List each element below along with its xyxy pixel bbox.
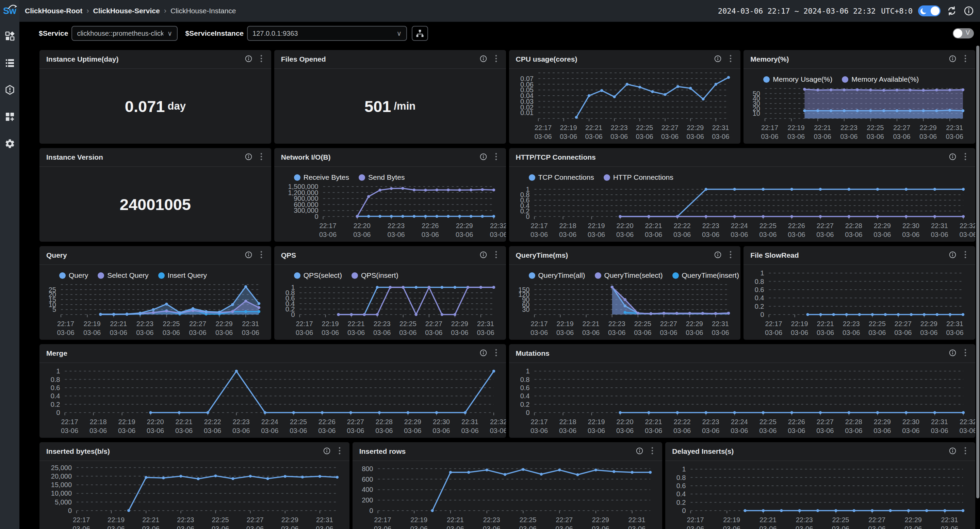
svg-text:22:30: 22:30 (902, 222, 919, 229)
app-logo[interactable]: Sw (0, 0, 19, 22)
card-menu-icon[interactable] (727, 250, 734, 260)
legend-item[interactable]: QueryTime(all) (529, 271, 585, 279)
card-menu-icon[interactable] (492, 152, 500, 163)
card-info-icon[interactable] (949, 153, 956, 162)
svg-text:22:27: 22:27 (247, 516, 264, 524)
card-menu-icon[interactable] (336, 446, 343, 456)
svg-text:03-06: 03-06 (788, 133, 805, 140)
legend-label: Memory Usage(%) (773, 75, 832, 83)
card-body: TCP ConnectionsHTTP Connections00.20.40.… (509, 167, 975, 242)
legend-item[interactable]: Memory Usage(%) (763, 75, 832, 83)
card-menu-icon[interactable] (258, 152, 265, 163)
card-info-icon[interactable] (323, 447, 331, 456)
card-info-icon[interactable] (479, 55, 487, 64)
breadcrumb-root[interactable]: ClickHouse-Root (25, 7, 82, 15)
dashboard-icon[interactable] (5, 31, 15, 41)
alert-icon[interactable] (5, 84, 15, 95)
card-info-icon[interactable] (949, 251, 956, 260)
card-menu-icon[interactable] (492, 250, 500, 260)
card-info-icon[interactable] (245, 251, 253, 260)
chart-legend: Receive BytesSend Bytes (274, 167, 506, 182)
card-header: Query (40, 246, 271, 265)
service-select[interactable]: clickhouse::prometheus-clickho ∨ (72, 26, 178, 41)
svg-text:22:27: 22:27 (660, 320, 677, 327)
legend-item[interactable]: Memory Available(%) (842, 75, 919, 83)
card-menu-icon[interactable] (962, 446, 969, 456)
time-range-picker[interactable]: 2024-03-06 22:17 ~ 2024-03-06 22:32 (718, 7, 876, 15)
legend-item[interactable]: Send Bytes (359, 173, 404, 182)
svg-text:03-06: 03-06 (920, 133, 937, 140)
svg-text:0.07: 0.07 (520, 75, 533, 82)
card-info-icon[interactable] (245, 55, 253, 64)
card-info-icon[interactable] (949, 55, 956, 64)
svg-text:22:21: 22:21 (759, 516, 776, 524)
breadcrumb-instance[interactable]: ClickHouse-Instance (170, 7, 236, 15)
svg-text:22:25: 22:25 (212, 516, 229, 524)
dark-mode-toggle[interactable] (918, 5, 940, 16)
legend-item[interactable]: TCP Connections (529, 173, 594, 182)
legend-item[interactable]: QueryTime(insert) (672, 271, 739, 279)
card-info-icon[interactable] (245, 153, 253, 162)
card-info-icon[interactable] (479, 349, 487, 358)
card-menu-icon[interactable] (727, 54, 734, 64)
refresh-button[interactable] (946, 5, 958, 17)
svg-text:22:23: 22:23 (843, 320, 860, 327)
card-info-icon[interactable] (714, 55, 722, 64)
metric-card: QPSQPS(select)QPS(insert)00.20.40.60.812… (274, 246, 506, 340)
svg-text:0: 0 (369, 507, 373, 515)
card-menu-icon[interactable] (649, 446, 656, 456)
card-menu-icon[interactable] (962, 152, 969, 163)
card-menu-icon[interactable] (492, 54, 500, 64)
list-icon[interactable] (5, 57, 15, 69)
legend-item[interactable]: QueryTime(select) (595, 271, 663, 279)
card-info-icon[interactable] (479, 251, 487, 260)
card-menu-icon[interactable] (962, 250, 969, 260)
svg-text:22:23: 22:23 (137, 320, 153, 327)
svg-text:03-06: 03-06 (142, 525, 159, 529)
topology-button[interactable] (412, 26, 428, 41)
info-button[interactable] (963, 5, 975, 17)
svg-text:03-06: 03-06 (873, 231, 891, 238)
svg-text:22:31: 22:31 (712, 124, 729, 131)
svg-text:22:25: 22:25 (163, 320, 180, 327)
svg-text:03-06: 03-06 (422, 231, 439, 238)
svg-text:22:27: 22:27 (893, 124, 910, 131)
legend-item[interactable]: Select Query (98, 271, 148, 279)
metric-card: QueryTime(ms)QueryTime(all)QueryTime(sel… (509, 246, 741, 340)
legend-item[interactable]: QPS(select) (294, 271, 342, 279)
vertical-scrollbar-thumb[interactable] (976, 46, 979, 498)
legend-item[interactable]: QPS(insert) (352, 271, 398, 279)
card-header: CPU usage(cores) (509, 50, 741, 69)
legend-item[interactable]: Insert Query (158, 271, 207, 279)
card-info-icon[interactable] (636, 447, 643, 456)
sitemap-icon (415, 29, 425, 38)
legend-label: QueryTime(insert) (682, 271, 739, 279)
widgets-icon[interactable] (5, 111, 15, 122)
svg-text:22:20: 22:20 (147, 418, 164, 425)
legend-item[interactable]: HTTP Connections (604, 173, 673, 182)
svg-text:5,000: 5,000 (55, 498, 72, 506)
legend-item[interactable]: Receive Bytes (294, 173, 349, 182)
legend-item[interactable]: Query (59, 271, 88, 279)
card-menu-icon[interactable] (962, 54, 969, 64)
svg-text:22:29: 22:29 (920, 320, 937, 327)
metric-card: Inserted bytes(b/s)05,00010,00015,00020,… (40, 442, 350, 529)
svg-text:03-06: 03-06 (931, 231, 948, 238)
card-menu-icon[interactable] (492, 348, 500, 359)
card-actions (245, 250, 265, 260)
service-instance-select[interactable]: 127.0.0.1:9363 ∨ (247, 26, 407, 41)
card-menu-icon[interactable] (258, 250, 265, 260)
version-toggle[interactable]: V (953, 28, 974, 38)
settings-icon[interactable] (5, 138, 15, 149)
breadcrumb-service[interactable]: ClickHouse-Service (93, 7, 160, 15)
svg-text:03-06: 03-06 (347, 427, 364, 434)
card-header: Network I/O(B) (274, 148, 506, 167)
card-info-icon[interactable] (949, 349, 956, 358)
card-info-icon[interactable] (714, 251, 722, 260)
card-menu-icon[interactable] (258, 54, 265, 64)
card-info-icon[interactable] (479, 153, 487, 162)
card-header: Merge (40, 344, 506, 363)
card-menu-icon[interactable] (962, 348, 969, 359)
card-info-icon[interactable] (949, 447, 956, 456)
svg-text:22:23: 22:23 (483, 516, 500, 524)
